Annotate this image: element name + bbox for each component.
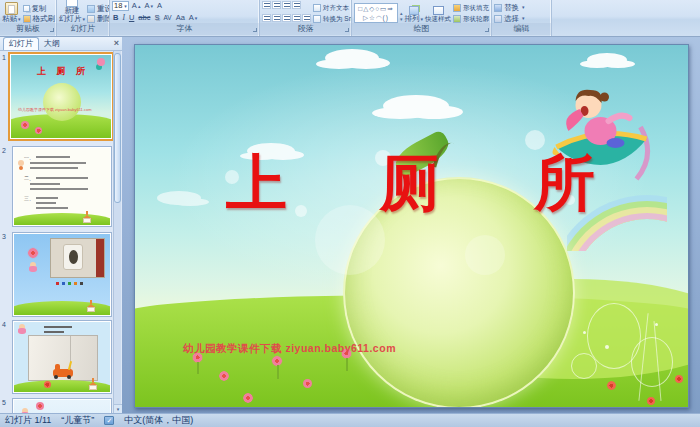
select-button[interactable]: 选择▾: [494, 14, 525, 23]
format-painter-button[interactable]: 格式刷: [23, 14, 56, 23]
slide-title[interactable]: 上 厕 所: [135, 143, 688, 225]
change-case-button[interactable]: Aa: [175, 13, 186, 23]
delete-slide-button[interactable]: 删除: [87, 14, 109, 23]
cloud: [383, 95, 449, 117]
slide-number: 2: [2, 147, 10, 154]
align-right-button[interactable]: [282, 14, 291, 22]
scroll-down-arrow-icon[interactable]: ▾: [114, 404, 122, 413]
arrange-button[interactable]: 排列▾: [404, 6, 423, 23]
character-spacing-button[interactable]: AV: [162, 13, 172, 23]
slide-number: 3: [2, 233, 10, 240]
clear-formatting-button[interactable]: A: [156, 1, 163, 11]
new-slide-button[interactable]: 新建 幻灯片▾: [59, 0, 85, 23]
thumb2-text-line: [30, 162, 86, 164]
thumb2-marker: 三、: [24, 196, 34, 201]
shrink-font-button[interactable]: A▾: [143, 1, 154, 11]
house-steeple: [86, 211, 88, 215]
tab-slides[interactable]: 幻灯片: [3, 37, 39, 50]
thumb4-text-line: [44, 326, 72, 328]
house-body: [87, 307, 95, 312]
chevron-down-icon: ▾: [83, 16, 86, 22]
thumb2-text-line: [36, 197, 58, 199]
house-steeple: [90, 300, 92, 304]
decrease-indent-button[interactable]: [282, 1, 291, 9]
flower: [219, 371, 229, 381]
underline-button[interactable]: U: [128, 13, 135, 23]
thumb4-toy-car-seat: [55, 364, 60, 371]
grow-font-button[interactable]: A▴: [131, 1, 142, 11]
font-size-combo[interactable]: 18▾: [112, 1, 129, 11]
reset-slide-button[interactable]: 重设: [87, 4, 109, 13]
thumb1-watermark: 幼儿园教学课件下载 ziyuan.baby611.com: [18, 107, 92, 112]
thumbnail-slide-3[interactable]: [12, 232, 112, 317]
flower-stem: [197, 362, 199, 374]
dialog-launcher-icon[interactable]: [485, 28, 489, 32]
strikethrough-button[interactable]: abc: [137, 13, 151, 23]
watermark-text: 幼儿园教学课件下载 ziyuan.baby611.com: [183, 342, 396, 356]
thumbnail-slide-1[interactable]: 上 厕 所 幼儿园教学课件下载 ziyuan.baby611.com: [8, 52, 114, 141]
shapes-scroll-down-icon[interactable]: ▾: [400, 16, 403, 22]
grow-font-label: A: [132, 1, 137, 10]
align-left-button[interactable]: [262, 14, 271, 22]
thumbnail-slide-5[interactable]: [12, 398, 112, 413]
flower: [243, 393, 253, 403]
slide-canvas[interactable]: 上 厕 所 幼儿园教学课件下载 ziyuan.baby611.com: [134, 44, 689, 408]
font-color-button[interactable]: A▾: [188, 13, 199, 23]
quick-styles-button[interactable]: 快速样式: [425, 6, 451, 23]
arrange-label: 排列: [404, 14, 419, 23]
house-steeple: [92, 378, 94, 382]
copy-label: 复制: [32, 4, 47, 13]
panel-tabstrip: 幻灯片 大纲 ×: [0, 37, 122, 51]
thumbnail-slide-4[interactable]: [12, 320, 112, 394]
copy-button[interactable]: 复制: [23, 4, 56, 13]
chevron-down-icon: ▾: [124, 3, 127, 9]
thumb2-marker: 一、: [24, 155, 34, 160]
clipboard-group-label: 剪贴板: [0, 23, 56, 35]
increase-indent-button[interactable]: [292, 1, 301, 9]
columns-button[interactable]: [302, 14, 311, 22]
numbering-button[interactable]: [272, 1, 281, 9]
paste-label: 粘贴: [2, 14, 17, 23]
thumb1-apple: [43, 83, 81, 121]
tab-outline[interactable]: 大纲: [39, 38, 65, 50]
flower: [35, 127, 42, 134]
dialog-launcher-icon[interactable]: [345, 28, 349, 32]
shape-outline-button[interactable]: 形状轮廓: [453, 14, 489, 23]
panel-scrollbar[interactable]: ▾: [113, 51, 121, 413]
replace-button[interactable]: 替换▾: [494, 3, 525, 12]
dialog-launcher-icon[interactable]: [253, 28, 257, 32]
ribbon-group-editing: 替换▾ 选择▾ 编辑: [492, 0, 552, 36]
align-center-button[interactable]: [272, 14, 281, 22]
shape-fill-button[interactable]: 形状填充: [453, 3, 489, 12]
thumb2-marker: 二、: [24, 176, 34, 181]
language-indicator[interactable]: 中文(简体，中国): [124, 414, 193, 427]
bullets-button[interactable]: [262, 1, 271, 9]
thumbnail-slide-2[interactable]: 一、 二、 三、: [12, 146, 112, 227]
thumb2-grass: [14, 213, 110, 225]
close-panel-icon[interactable]: ×: [114, 39, 119, 48]
font-group-label-text: 字体: [177, 24, 193, 33]
bold-button[interactable]: B: [112, 13, 119, 23]
house-body: [89, 385, 97, 390]
thumb4-house: [88, 381, 98, 390]
spell-check-icon[interactable]: ✓: [104, 416, 114, 425]
paste-button[interactable]: 粘贴▾: [2, 2, 21, 23]
white-dot: [583, 331, 586, 334]
shapes-gallery[interactable]: □△◇○▭⇒ ▷☆◠(): [354, 3, 398, 23]
thumb4-text-line: [44, 331, 64, 333]
convert-smartart-button[interactable]: 转换为 SmartArt: [313, 14, 351, 23]
thumb2-text-line: [30, 183, 60, 185]
italic-button[interactable]: I: [121, 13, 126, 23]
flower: [675, 375, 683, 383]
dialog-launcher-icon[interactable]: [50, 28, 54, 32]
flower: [44, 381, 51, 388]
panel-scrollbar-thumb[interactable]: [114, 53, 121, 203]
text-shadow-button[interactable]: S: [153, 13, 160, 23]
align-text-icon: [313, 4, 321, 12]
align-text-button[interactable]: 对齐文本: [313, 3, 351, 12]
smartart-label: 转换为 SmartArt: [323, 14, 351, 23]
quick-styles-label: 快速样式: [425, 15, 451, 23]
theme-name: “儿童节”: [61, 414, 94, 427]
thumb2-text-line: [36, 202, 56, 204]
justify-button[interactable]: [292, 14, 301, 22]
